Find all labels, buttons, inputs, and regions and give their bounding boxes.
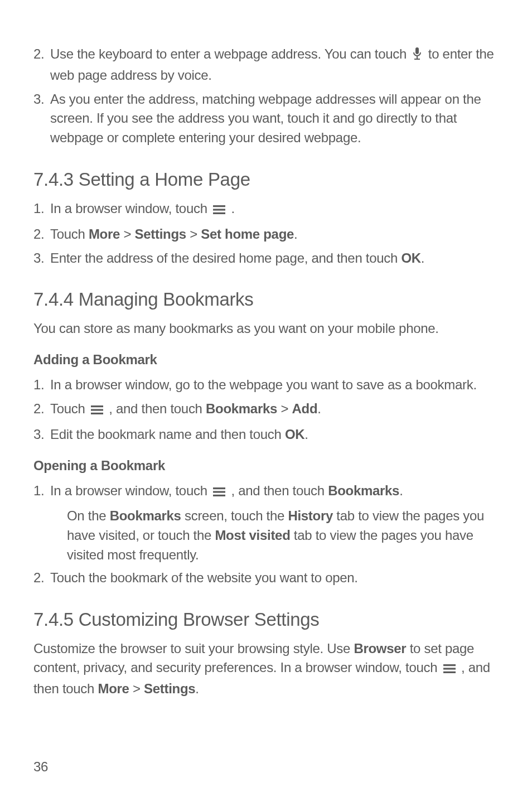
list-item: 1. In a browser window, touch . bbox=[33, 199, 499, 220]
step-number: 2. bbox=[33, 225, 50, 244]
svg-rect-14 bbox=[443, 672, 456, 673]
section-intro: You can store as many bookmarks as you w… bbox=[33, 319, 499, 339]
svg-rect-8 bbox=[91, 413, 103, 414]
step-number: 3. bbox=[33, 425, 50, 445]
step-number: 2. bbox=[33, 399, 50, 421]
svg-rect-7 bbox=[91, 409, 103, 410]
svg-rect-1 bbox=[417, 56, 418, 59]
svg-rect-10 bbox=[213, 491, 225, 492]
intro-steps-list: 2. Use the keyboard to enter a webpage a… bbox=[33, 45, 499, 148]
list-item: 2. Use the keyboard to enter a webpage a… bbox=[33, 45, 499, 85]
step-note: On the Bookmarks screen, touch the Histo… bbox=[67, 506, 499, 564]
section-745-para: Customize the browser to suit your brows… bbox=[33, 639, 499, 699]
step-body: Enter the address of the desired home pa… bbox=[50, 249, 499, 268]
section-heading-745: 7.4.5 Customizing Browser Settings bbox=[33, 609, 499, 630]
menu-icon bbox=[213, 201, 225, 220]
adding-bookmark-steps: 1. In a browser window, go to the webpag… bbox=[33, 375, 499, 444]
page-content: 2. Use the keyboard to enter a webpage a… bbox=[0, 0, 532, 797]
svg-rect-9 bbox=[213, 487, 225, 489]
menu-icon bbox=[213, 483, 225, 503]
subheading-opening-bookmark: Opening a Bookmark bbox=[33, 458, 499, 474]
svg-rect-3 bbox=[213, 205, 225, 207]
list-item: 2. Touch the bookmark of the website you… bbox=[33, 568, 499, 588]
step-body: Touch , and then touch Bookmarks > Add. bbox=[50, 399, 499, 421]
opening-bookmark-steps: 1. In a browser window, touch , and then… bbox=[33, 481, 499, 503]
list-item: 3. Edit the bookmark name and then touch… bbox=[33, 425, 499, 445]
list-item: 3. Enter the address of the desired home… bbox=[33, 249, 499, 268]
step-number: 1. bbox=[33, 375, 50, 395]
svg-rect-4 bbox=[213, 209, 225, 210]
step-number: 3. bbox=[33, 249, 50, 268]
step-body: In a browser window, touch , and then to… bbox=[50, 481, 499, 503]
subheading-adding-bookmark: Adding a Bookmark bbox=[33, 352, 499, 368]
step-number: 1. bbox=[33, 199, 50, 220]
step-body: Touch the bookmark of the website you wa… bbox=[50, 568, 499, 588]
section-heading-744: 7.4.4 Managing Bookmarks bbox=[33, 289, 499, 310]
step-body: In a browser window, touch . bbox=[50, 199, 499, 220]
microphone-icon bbox=[412, 46, 422, 66]
list-item: 2. Touch , and then touch Bookmarks > Ad… bbox=[33, 399, 499, 421]
list-item: 1. In a browser window, touch , and then… bbox=[33, 481, 499, 503]
menu-icon bbox=[443, 660, 456, 679]
page-number: 36 bbox=[33, 759, 48, 775]
svg-rect-2 bbox=[414, 59, 420, 60]
step-body: Use the keyboard to enter a webpage addr… bbox=[50, 45, 499, 85]
step-number: 2. bbox=[33, 45, 50, 85]
sec743-steps: 1. In a browser window, touch . 2. Touch… bbox=[33, 199, 499, 268]
opening-bookmark-steps-2: 2. Touch the bookmark of the website you… bbox=[33, 568, 499, 588]
svg-rect-5 bbox=[213, 212, 225, 214]
step-body: In a browser window, go to the webpage y… bbox=[50, 375, 499, 395]
step-number: 2. bbox=[33, 568, 50, 588]
svg-rect-6 bbox=[91, 405, 103, 407]
svg-rect-13 bbox=[443, 668, 456, 670]
list-item: 3. As you enter the address, matching we… bbox=[33, 90, 499, 148]
step-body: As you enter the address, matching webpa… bbox=[50, 90, 499, 148]
svg-rect-12 bbox=[443, 664, 456, 666]
list-item: 2. Touch More > Settings > Set home page… bbox=[33, 225, 499, 244]
list-item: 1. In a browser window, go to the webpag… bbox=[33, 375, 499, 395]
menu-icon bbox=[91, 401, 103, 421]
svg-rect-11 bbox=[213, 494, 225, 496]
svg-rect-0 bbox=[415, 47, 419, 54]
step-body: Edit the bookmark name and then touch OK… bbox=[50, 425, 499, 445]
step-number: 3. bbox=[33, 90, 50, 148]
step-number: 1. bbox=[33, 481, 50, 503]
section-heading-743: 7.4.3 Setting a Home Page bbox=[33, 169, 499, 190]
step-body: Touch More > Settings > Set home page. bbox=[50, 225, 499, 244]
